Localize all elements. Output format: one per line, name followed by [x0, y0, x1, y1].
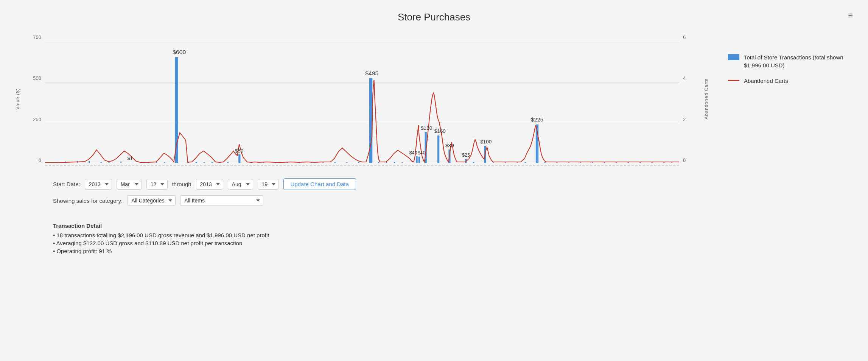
menu-icon[interactable]: ≡ — [848, 11, 853, 20]
legend-item-abandoned: Abandoned Carts — [728, 77, 853, 85]
showing-label: Showing sales for category: — [53, 198, 123, 204]
update-chart-button[interactable]: Update Chart and Data — [283, 178, 356, 190]
svg-rect-54 — [616, 162, 617, 163]
page-container: ≡ Store Purchases Value ($) 750 500 250 … — [0, 0, 868, 361]
svg-rect-19 — [227, 162, 229, 163]
svg-rect-52 — [592, 162, 593, 163]
legend-item-transactions: Total of Store Transactions (total shown… — [728, 53, 853, 69]
svg-text:$160: $160 — [434, 128, 446, 134]
svg-rect-4 — [101, 162, 102, 163]
svg-rect-42 — [402, 162, 403, 163]
svg-rect-39 — [378, 162, 379, 163]
transaction-detail: Transaction Detail • 18 transactions tot… — [15, 219, 853, 263]
svg-text:$40: $40 — [409, 150, 417, 156]
transaction-detail-line-1: • 18 transactions totalling $2,196.00 US… — [53, 232, 838, 238]
through-label: through — [172, 181, 191, 187]
svg-text:$225: $225 — [531, 117, 543, 123]
svg-rect-58 — [663, 162, 664, 163]
svg-rect-7 — [131, 163, 133, 163]
day-start-select[interactable]: 1234 5678 91011 12 13141516 17181920 212… — [146, 179, 168, 190]
svg-text:$25: $25 — [462, 152, 470, 158]
svg-rect-44 — [493, 162, 494, 163]
svg-text:$40: $40 — [418, 150, 426, 156]
svg-rect-12 — [175, 57, 178, 163]
svg-rect-16 — [204, 162, 205, 163]
year-start-select[interactable]: 2012 2013 2014 — [85, 179, 112, 190]
controls-section: Start Date: 2012 2013 2014 JanFebMar Apr… — [15, 174, 853, 219]
svg-rect-5 — [109, 162, 110, 163]
date-controls-row: Start Date: 2012 2013 2014 JanFebMar Apr… — [53, 178, 838, 190]
transaction-detail-line-2: • Averaging $122.00 USD gross and $110.8… — [53, 240, 838, 246]
svg-rect-35 — [418, 157, 420, 163]
day-end-select[interactable]: 1234 5678 91011 12131415 161718 19 20212… — [258, 179, 279, 190]
legend-area: Total of Store Transactions (total shown… — [709, 31, 853, 163]
category-controls-row: Showing sales for category: All Categori… — [53, 195, 838, 206]
svg-rect-46 — [517, 162, 518, 163]
y-axis-left-label: Value ($) — [15, 88, 20, 110]
y-axis-left-ticks: 750 500 250 0 — [22, 34, 45, 163]
chart-section: Value ($) 750 500 250 0 — [15, 31, 853, 163]
svg-text:$495: $495 — [365, 70, 378, 76]
svg-rect-6 — [120, 162, 121, 163]
month-start-select[interactable]: JanFebMar AprMayJun JulAugSep OctNovDec — [117, 179, 142, 190]
svg-rect-49 — [556, 162, 557, 163]
svg-text:$1: $1 — [128, 156, 133, 161]
legend-transactions-label: Total of Store Transactions (total shown… — [744, 53, 853, 69]
legend-abandoned-label: Abandoned Carts — [744, 77, 788, 85]
svg-rect-15 — [196, 162, 197, 163]
svg-rect-41 — [394, 162, 395, 163]
chart-svg: $600 $50 $1 $495 $180 $160 $80 $40 $40 $… — [45, 34, 679, 163]
legend-bar-icon — [728, 54, 739, 60]
svg-rect-28 — [346, 162, 347, 163]
svg-rect-56 — [639, 162, 641, 163]
legend-line-icon — [728, 80, 739, 81]
chart-title: Store Purchases — [15, 8, 853, 23]
svg-rect-3 — [89, 161, 90, 163]
svg-rect-17 — [212, 162, 213, 163]
y-axis-right-ticks: 6 4 2 0 — [679, 34, 702, 163]
transaction-detail-line-3: • Operating profit: 91 % — [53, 248, 838, 254]
month-end-select[interactable]: JanFebMar AprMayJun JulAugSep OctNovDec — [228, 179, 253, 190]
category-select[interactable]: All Categories — [127, 195, 176, 206]
svg-text:$180: $180 — [421, 125, 432, 131]
svg-rect-40 — [386, 162, 387, 163]
transaction-detail-title: Transaction Detail — [53, 223, 838, 229]
svg-rect-29 — [358, 162, 359, 163]
start-date-label: Start Date: — [53, 181, 80, 187]
year-end-select[interactable]: 2012 2013 2014 — [196, 179, 223, 190]
svg-rect-32 — [437, 135, 439, 163]
items-select[interactable]: All Items — [180, 195, 263, 206]
svg-rect-48 — [544, 162, 546, 163]
svg-rect-26 — [322, 162, 324, 163]
svg-text:$50: $50 — [235, 148, 244, 154]
svg-text:$100: $100 — [480, 139, 492, 145]
svg-rect-47 — [524, 162, 526, 163]
chart-plot-area: $600 $50 $1 $495 $180 $160 $80 $40 $40 $… — [45, 34, 679, 163]
svg-rect-13 — [238, 154, 240, 163]
svg-rect-34 — [416, 156, 417, 163]
y-axis-right-label: Abandoned Carts — [704, 78, 709, 119]
svg-rect-43 — [473, 162, 474, 163]
svg-text:$600: $600 — [173, 49, 186, 55]
svg-text:$80: $80 — [445, 143, 454, 148]
svg-rect-11 — [164, 162, 165, 163]
svg-rect-27 — [334, 162, 336, 163]
dotted-baseline — [45, 165, 679, 166]
